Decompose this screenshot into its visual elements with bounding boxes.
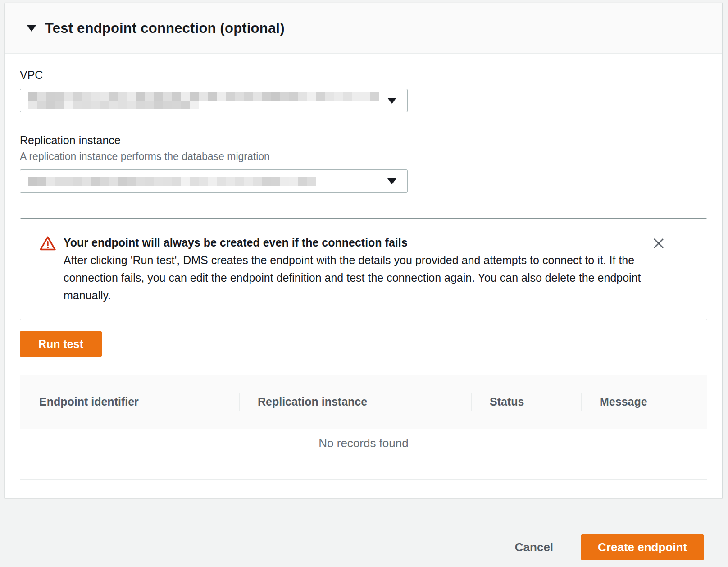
- table-header-row: Endpoint identifier Replication instance…: [20, 375, 707, 429]
- empty-table-message: No records found: [20, 429, 707, 479]
- run-test-button[interactable]: Run test: [20, 331, 102, 357]
- section-header[interactable]: Test endpoint connection (optional): [5, 3, 722, 54]
- cancel-button[interactable]: Cancel: [515, 540, 553, 554]
- column-header-message: Message: [581, 375, 707, 429]
- replication-instance-select[interactable]: [20, 169, 408, 193]
- replication-instance-label: Replication instance: [20, 133, 707, 147]
- vpc-label: VPC: [20, 68, 707, 82]
- column-header-endpoint-identifier: Endpoint identifier: [20, 375, 239, 429]
- endpoint-warning-alert: Your endpoint will always be created eve…: [20, 218, 707, 320]
- warning-triangle-icon: [39, 236, 56, 253]
- column-header-replication-instance: Replication instance: [239, 375, 471, 429]
- chevron-down-icon: [387, 98, 396, 104]
- test-endpoint-section: Test endpoint connection (optional) VPC …: [5, 3, 723, 498]
- vpc-redacted-value: [28, 92, 387, 109]
- close-icon: [652, 237, 665, 250]
- alert-close-button[interactable]: [650, 235, 667, 253]
- replication-instance-description: A replication instance performs the data…: [20, 150, 707, 163]
- alert-text: Your endpoint will always be created eve…: [64, 234, 647, 304]
- chevron-down-icon: [387, 178, 396, 184]
- section-body: VPC Replication instance A replication i…: [5, 54, 722, 498]
- collapse-triangle-icon: [27, 25, 36, 32]
- column-header-status: Status: [471, 375, 581, 429]
- vpc-field-group: VPC: [20, 68, 707, 112]
- replication-instance-redacted-value: [28, 177, 316, 186]
- create-endpoint-button[interactable]: Create endpoint: [581, 534, 704, 560]
- test-results-table: Endpoint identifier Replication instance…: [20, 375, 707, 480]
- section-title: Test endpoint connection (optional): [45, 20, 285, 37]
- alert-message: After clicking 'Run test', DMS creates t…: [64, 251, 647, 304]
- vpc-select[interactable]: [20, 89, 408, 112]
- replication-instance-field-group: Replication instance A replication insta…: [20, 133, 707, 193]
- wizard-footer: Cancel Create endpoint: [0, 534, 728, 560]
- alert-title: Your endpoint will always be created eve…: [64, 234, 647, 251]
